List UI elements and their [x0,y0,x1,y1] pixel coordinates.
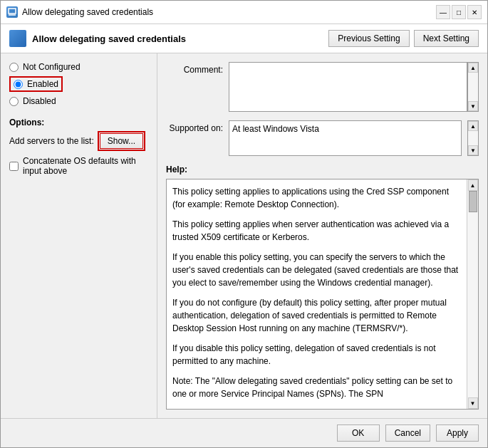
enabled-label[interactable]: Enabled [27,79,58,89]
apply-button[interactable]: Apply [436,424,479,442]
not-configured-radio[interactable] [9,63,19,72]
window-icon [6,6,18,18]
options-section: Options: Add servers to the list: Show..… [9,118,148,176]
maximize-button[interactable]: □ [452,5,466,19]
help-para-5: If you disable this policy setting, dele… [172,342,461,368]
cancel-button[interactable]: Cancel [385,424,430,442]
help-box: This policy setting applies to applicati… [166,179,479,410]
add-servers-label: Add servers to the list: [9,136,94,146]
help-text-content: This policy setting applies to applicati… [167,179,467,409]
supported-scroll-up[interactable]: ▲ [468,121,478,131]
supported-section: Supported on: At least Windows Vista ▲ ▼ [166,120,479,156]
not-configured-label[interactable]: Not Configured [23,62,81,72]
add-servers-row: Add servers to the list: Show... [9,133,148,149]
help-para-3: If you enable this policy setting, you c… [172,251,461,289]
scroll-down-arrow[interactable]: ▼ [468,101,478,111]
comment-label: Comment: [166,62,223,75]
radio-group: Not Configured Enabled Disabled [9,62,148,106]
header-buttons: Previous Setting Next Setting [328,30,479,47]
comment-input-wrapper: ▲ ▼ [229,62,479,112]
minimize-button[interactable]: — [436,5,450,19]
help-para-6: Note: The "Allow delegating saved creden… [172,375,461,400]
help-scroll-up[interactable]: ▲ [468,179,478,191]
not-configured-radio-item: Not Configured [9,62,148,72]
enabled-radio-item: Enabled [9,76,148,92]
right-panel: Comment: ▲ ▼ Supported on: At least Wind… [157,53,487,418]
help-scroll-down[interactable]: ▼ [468,397,478,409]
concatenate-checkbox[interactable] [9,162,19,171]
supported-on-value: At least Windows Vista [229,121,322,155]
ok-button[interactable]: OK [337,424,380,442]
left-panel: Not Configured Enabled Disabled Options: [1,53,157,418]
supported-scroll-down[interactable]: ▼ [468,145,478,155]
help-label: Help: [166,165,479,174]
comment-scrollbar: ▲ ▼ [467,62,479,112]
main-window: Allow delegating saved credentials — □ ✕… [0,0,488,448]
concatenate-label[interactable]: Concatenate OS defaults with input above [23,156,148,176]
next-setting-button[interactable]: Next Setting [414,30,479,47]
help-para-1: This policy setting applies to applicati… [172,185,461,211]
scroll-up-arrow[interactable]: ▲ [468,63,478,73]
supported-on-wrapper: At least Windows Vista [229,120,462,156]
supported-scrollbar: ▲ ▼ [467,120,479,156]
close-button[interactable]: ✕ [467,5,482,19]
enabled-radio[interactable] [14,80,23,89]
supported-scroll-track [468,131,478,145]
footer: OK Cancel Apply [1,418,487,447]
show-button[interactable]: Show... [100,133,143,149]
header-icon [9,30,26,47]
help-para-4: If you do not configure (by default) thi… [172,296,461,335]
header-bar: Allow delegating saved credentials Previ… [1,24,487,53]
help-scrollbar: ▲ ▼ [467,179,478,409]
enabled-radio-wrapper: Enabled [9,76,63,92]
header-title-area: Allow delegating saved credentials [9,30,186,47]
disabled-label[interactable]: Disabled [23,96,56,106]
disabled-radio[interactable] [9,97,19,106]
comment-textarea[interactable] [229,62,467,112]
comment-section: Comment: ▲ ▼ [166,62,479,112]
window-controls: — □ ✕ [436,5,482,19]
title-bar-left: Allow delegating saved credentials [6,6,153,18]
concatenate-checkbox-row: Concatenate OS defaults with input above [9,156,148,176]
window-title: Allow delegating saved credentials [22,7,153,17]
scroll-track [468,73,478,101]
svg-rect-0 [9,9,16,14]
header-title: Allow delegating saved credentials [32,33,186,44]
supported-on-label: Supported on: [166,120,223,133]
content-area: Not Configured Enabled Disabled Options: [1,53,487,418]
title-bar: Allow delegating saved credentials — □ ✕ [1,1,487,24]
options-title: Options: [9,118,148,127]
help-scroll-thumb [469,191,477,212]
help-scroll-track [467,191,478,397]
disabled-radio-item: Disabled [9,96,148,106]
help-para-2: This policy setting applies when server … [172,218,461,244]
previous-setting-button[interactable]: Previous Setting [328,30,409,47]
